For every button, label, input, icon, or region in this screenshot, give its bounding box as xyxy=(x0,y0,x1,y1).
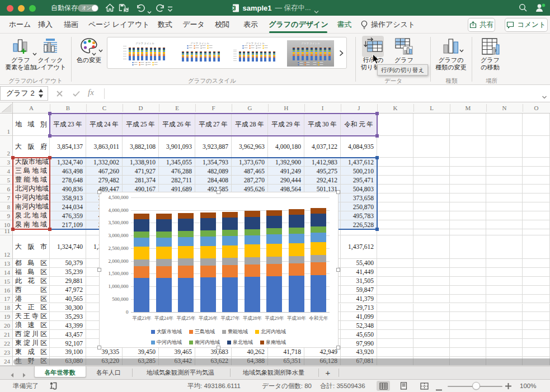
cell-N6[interactable] xyxy=(486,185,523,193)
cell-M6[interactable] xyxy=(450,185,486,193)
cell-E23[interactable]: 39,465 xyxy=(159,348,195,357)
cell-K7[interactable] xyxy=(377,193,413,202)
cell-A14[interactable]: 福島区 xyxy=(13,268,50,277)
cell-O16[interactable] xyxy=(523,286,550,295)
cell-O12[interactable] xyxy=(523,235,550,259)
cell-N7[interactable] xyxy=(486,193,523,202)
cell-N22[interactable] xyxy=(486,339,523,348)
cell-E2[interactable]: 3,901,093 xyxy=(159,136,195,158)
horizontal-scrollbar[interactable] xyxy=(13,358,550,365)
cell-M14[interactable] xyxy=(450,268,486,277)
cell-K2[interactable] xyxy=(377,136,413,158)
cell-K9[interactable] xyxy=(377,211,413,220)
cell-D23[interactable]: 39,450 xyxy=(123,348,159,357)
cell-H3[interactable]: 1,392,900 xyxy=(268,158,304,167)
row-header-8[interactable]: 8 xyxy=(0,202,13,211)
column-header-G[interactable]: G xyxy=(232,102,268,114)
cell-K12[interactable] xyxy=(377,235,413,259)
cancel-icon[interactable] xyxy=(56,89,63,100)
cell-M18[interactable] xyxy=(450,304,486,313)
cell-L2[interactable] xyxy=(413,136,450,158)
chart-object[interactable]: 0500,0001,000,0001,500,0002,000,0002,500… xyxy=(99,192,339,348)
cell-J7[interactable]: 373,658 xyxy=(341,193,377,202)
cell-N8[interactable] xyxy=(486,202,523,211)
cell-N13[interactable] xyxy=(486,259,523,268)
macro-record-icon[interactable] xyxy=(49,382,58,391)
chart-selection-handle[interactable] xyxy=(217,346,220,350)
cell-O22[interactable] xyxy=(523,339,550,348)
row-header-13[interactable]: 13 xyxy=(0,259,13,268)
cell-M15[interactable] xyxy=(450,277,486,286)
cell-L5[interactable] xyxy=(413,176,450,185)
cell-H23[interactable]: 41,718 xyxy=(268,348,304,357)
cell-D4[interactable]: 471,927 xyxy=(123,167,159,176)
insert-function-icon[interactable]: fx xyxy=(88,88,94,97)
cell-A5[interactable]: 豊能地域 xyxy=(13,176,50,185)
cell-M3[interactable] xyxy=(450,158,486,167)
cell-L17[interactable] xyxy=(413,295,450,304)
cell-D5[interactable]: 281,374 xyxy=(123,176,159,185)
cell-L15[interactable] xyxy=(413,277,450,286)
cell-B18[interactable]: 30,300 xyxy=(50,304,86,313)
cell-L16[interactable] xyxy=(413,286,450,295)
comments-button[interactable]: コメント xyxy=(505,18,548,32)
cell-K14[interactable] xyxy=(377,268,413,277)
chart-legend-item[interactable]: 泉北地域 xyxy=(227,339,253,346)
chart-legend-item[interactable]: 三島地域 xyxy=(189,328,215,336)
cell-M16[interactable] xyxy=(450,286,486,295)
cell-J12[interactable]: 1,437,612 xyxy=(341,235,377,259)
sheet-tab-2[interactable]: 各年人口 xyxy=(96,366,121,379)
cell-A12[interactable]: 大阪市 xyxy=(13,235,50,259)
cell-L3[interactable] xyxy=(413,158,450,167)
chart-style-thumbnail-3[interactable]: グラフ タイトル xyxy=(232,40,279,67)
zoom-slider-knob[interactable] xyxy=(472,382,480,390)
formula-bar-expand-chevron-icon[interactable] xyxy=(542,92,547,102)
cell-J5[interactable]: 295,471 xyxy=(341,176,377,185)
cell-L13[interactable] xyxy=(413,259,450,268)
cell-H1[interactable]: 平成 29 年 xyxy=(268,114,304,136)
row-header-19[interactable]: 19 xyxy=(0,312,13,321)
cell-J9[interactable]: 495,783 xyxy=(341,211,377,220)
enter-icon[interactable] xyxy=(72,89,81,100)
cell-F23[interactable]: 39,683 xyxy=(195,348,232,357)
cell-H5[interactable]: 290,444 xyxy=(268,176,304,185)
cell-B12[interactable]: 1,324,740 xyxy=(50,235,86,259)
cell-O10[interactable] xyxy=(523,220,550,229)
chart-bar-8[interactable] xyxy=(289,209,304,311)
cell-I3[interactable]: 1,412,983 xyxy=(304,158,341,167)
cell-B23[interactable]: 39,100 xyxy=(50,348,86,357)
cell-E5[interactable]: 282,711 xyxy=(159,176,195,185)
row-header-6[interactable]: 6 xyxy=(0,185,13,193)
cell-M17[interactable] xyxy=(450,295,486,304)
cell-B14[interactable]: 35,239 xyxy=(50,268,86,277)
row-header-23[interactable]: 23 xyxy=(0,348,13,357)
cell-J14[interactable]: 41,449 xyxy=(341,268,377,277)
column-header-N[interactable]: N xyxy=(486,102,523,114)
row-header-22[interactable]: 22 xyxy=(0,339,13,348)
cell-O3[interactable] xyxy=(523,158,550,167)
cell-O19[interactable] xyxy=(523,312,550,321)
cell-A6[interactable]: 北河内地域 xyxy=(13,185,50,193)
cell-F5[interactable]: 284,408 xyxy=(195,176,232,185)
cell-M4[interactable] xyxy=(450,167,486,176)
cell-B9[interactable]: 476,359 xyxy=(50,211,86,220)
cell-H2[interactable]: 4,000,180 xyxy=(268,136,304,158)
cell-A22[interactable]: 東淀川区 xyxy=(13,339,50,348)
cell-O4[interactable] xyxy=(523,167,550,176)
column-header-D[interactable]: D xyxy=(123,102,159,114)
cell-E3[interactable]: 1,345,055 xyxy=(159,158,195,167)
cell-N2[interactable] xyxy=(486,136,523,158)
ribbon-tab-6[interactable]: データ xyxy=(182,16,205,33)
column-header-L[interactable]: L xyxy=(413,102,450,114)
cell-F4[interactable]: 482,089 xyxy=(195,167,232,176)
cell-I2[interactable]: 4,037,122 xyxy=(304,136,341,158)
chart-style-thumbnail-1[interactable]: グラフ タイトル xyxy=(121,40,168,67)
cell-J6[interactable]: 504,803 xyxy=(341,185,377,193)
cell-B4[interactable]: 463,498 xyxy=(50,167,86,176)
cell-G5[interactable]: 287,270 xyxy=(232,176,268,185)
cell-L7[interactable] xyxy=(413,193,450,202)
cell-C3[interactable]: 1,332,002 xyxy=(86,158,123,167)
cell-O18[interactable] xyxy=(523,304,550,313)
ribbon-button-quick-layout[interactable]: クイック レイアウト xyxy=(31,37,69,70)
ribbon-tab-1[interactable]: ホーム xyxy=(9,16,31,33)
